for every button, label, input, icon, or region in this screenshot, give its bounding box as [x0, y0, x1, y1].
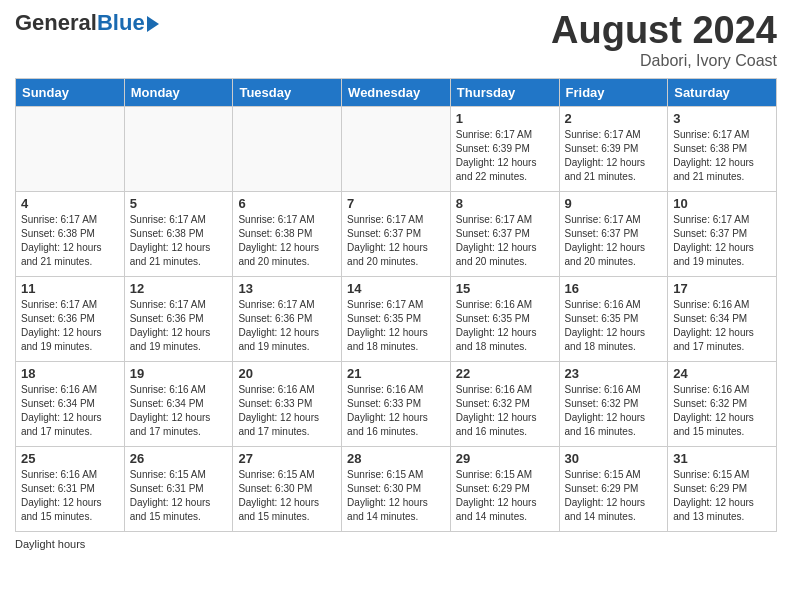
calendar-cell: 29Sunrise: 6:15 AM Sunset: 6:29 PM Dayli…	[450, 446, 559, 531]
day-info: Sunrise: 6:16 AM Sunset: 6:33 PM Dayligh…	[238, 383, 336, 439]
calendar-cell: 5Sunrise: 6:17 AM Sunset: 6:38 PM Daylig…	[124, 191, 233, 276]
header-day-monday: Monday	[124, 78, 233, 106]
day-number: 14	[347, 281, 445, 296]
logo-general-text: General	[15, 10, 97, 36]
day-number: 31	[673, 451, 771, 466]
day-number: 28	[347, 451, 445, 466]
day-number: 15	[456, 281, 554, 296]
day-number: 27	[238, 451, 336, 466]
calendar-cell	[233, 106, 342, 191]
day-info: Sunrise: 6:16 AM Sunset: 6:35 PM Dayligh…	[565, 298, 663, 354]
day-number: 17	[673, 281, 771, 296]
day-number: 30	[565, 451, 663, 466]
day-info: Sunrise: 6:17 AM Sunset: 6:36 PM Dayligh…	[21, 298, 119, 354]
calendar-cell: 27Sunrise: 6:15 AM Sunset: 6:30 PM Dayli…	[233, 446, 342, 531]
calendar-week-row: 25Sunrise: 6:16 AM Sunset: 6:31 PM Dayli…	[16, 446, 777, 531]
day-number: 8	[456, 196, 554, 211]
day-info: Sunrise: 6:16 AM Sunset: 6:35 PM Dayligh…	[456, 298, 554, 354]
day-number: 2	[565, 111, 663, 126]
day-info: Sunrise: 6:17 AM Sunset: 6:38 PM Dayligh…	[238, 213, 336, 269]
calendar-cell: 15Sunrise: 6:16 AM Sunset: 6:35 PM Dayli…	[450, 276, 559, 361]
day-number: 25	[21, 451, 119, 466]
calendar-cell: 12Sunrise: 6:17 AM Sunset: 6:36 PM Dayli…	[124, 276, 233, 361]
day-info: Sunrise: 6:17 AM Sunset: 6:36 PM Dayligh…	[238, 298, 336, 354]
calendar-cell: 7Sunrise: 6:17 AM Sunset: 6:37 PM Daylig…	[342, 191, 451, 276]
day-number: 1	[456, 111, 554, 126]
day-number: 29	[456, 451, 554, 466]
day-info: Sunrise: 6:17 AM Sunset: 6:37 PM Dayligh…	[456, 213, 554, 269]
calendar-table: SundayMondayTuesdayWednesdayThursdayFrid…	[15, 78, 777, 532]
calendar-cell: 23Sunrise: 6:16 AM Sunset: 6:32 PM Dayli…	[559, 361, 668, 446]
day-info: Sunrise: 6:15 AM Sunset: 6:30 PM Dayligh…	[347, 468, 445, 524]
day-info: Sunrise: 6:17 AM Sunset: 6:37 PM Dayligh…	[673, 213, 771, 269]
day-number: 23	[565, 366, 663, 381]
calendar-cell: 2Sunrise: 6:17 AM Sunset: 6:39 PM Daylig…	[559, 106, 668, 191]
day-info: Sunrise: 6:16 AM Sunset: 6:34 PM Dayligh…	[130, 383, 228, 439]
day-info: Sunrise: 6:16 AM Sunset: 6:31 PM Dayligh…	[21, 468, 119, 524]
day-info: Sunrise: 6:17 AM Sunset: 6:39 PM Dayligh…	[565, 128, 663, 184]
header-day-tuesday: Tuesday	[233, 78, 342, 106]
day-number: 9	[565, 196, 663, 211]
day-number: 11	[21, 281, 119, 296]
calendar-cell: 26Sunrise: 6:15 AM Sunset: 6:31 PM Dayli…	[124, 446, 233, 531]
calendar-cell: 9Sunrise: 6:17 AM Sunset: 6:37 PM Daylig…	[559, 191, 668, 276]
day-info: Sunrise: 6:16 AM Sunset: 6:32 PM Dayligh…	[673, 383, 771, 439]
calendar-cell: 31Sunrise: 6:15 AM Sunset: 6:29 PM Dayli…	[668, 446, 777, 531]
day-number: 3	[673, 111, 771, 126]
calendar-cell: 20Sunrise: 6:16 AM Sunset: 6:33 PM Dayli…	[233, 361, 342, 446]
day-info: Sunrise: 6:16 AM Sunset: 6:32 PM Dayligh…	[456, 383, 554, 439]
calendar-cell: 3Sunrise: 6:17 AM Sunset: 6:38 PM Daylig…	[668, 106, 777, 191]
day-number: 21	[347, 366, 445, 381]
calendar-header-row: SundayMondayTuesdayWednesdayThursdayFrid…	[16, 78, 777, 106]
header-day-saturday: Saturday	[668, 78, 777, 106]
day-number: 26	[130, 451, 228, 466]
calendar-cell: 24Sunrise: 6:16 AM Sunset: 6:32 PM Dayli…	[668, 361, 777, 446]
calendar-week-row: 11Sunrise: 6:17 AM Sunset: 6:36 PM Dayli…	[16, 276, 777, 361]
day-info: Sunrise: 6:16 AM Sunset: 6:34 PM Dayligh…	[673, 298, 771, 354]
calendar-cell: 16Sunrise: 6:16 AM Sunset: 6:35 PM Dayli…	[559, 276, 668, 361]
header-day-wednesday: Wednesday	[342, 78, 451, 106]
day-info: Sunrise: 6:15 AM Sunset: 6:29 PM Dayligh…	[565, 468, 663, 524]
logo-arrow-icon	[147, 16, 159, 32]
calendar-week-row: 18Sunrise: 6:16 AM Sunset: 6:34 PM Dayli…	[16, 361, 777, 446]
month-title: August 2024	[551, 10, 777, 52]
calendar-cell: 14Sunrise: 6:17 AM Sunset: 6:35 PM Dayli…	[342, 276, 451, 361]
header: General Blue August 2024 Dabori, Ivory C…	[15, 10, 777, 70]
calendar-cell: 25Sunrise: 6:16 AM Sunset: 6:31 PM Dayli…	[16, 446, 125, 531]
calendar-cell: 4Sunrise: 6:17 AM Sunset: 6:38 PM Daylig…	[16, 191, 125, 276]
day-info: Sunrise: 6:17 AM Sunset: 6:38 PM Dayligh…	[21, 213, 119, 269]
calendar-week-row: 4Sunrise: 6:17 AM Sunset: 6:38 PM Daylig…	[16, 191, 777, 276]
day-number: 18	[21, 366, 119, 381]
day-number: 13	[238, 281, 336, 296]
day-number: 5	[130, 196, 228, 211]
calendar-week-row: 1Sunrise: 6:17 AM Sunset: 6:39 PM Daylig…	[16, 106, 777, 191]
calendar-cell	[342, 106, 451, 191]
day-number: 20	[238, 366, 336, 381]
calendar-cell: 6Sunrise: 6:17 AM Sunset: 6:38 PM Daylig…	[233, 191, 342, 276]
calendar-cell: 30Sunrise: 6:15 AM Sunset: 6:29 PM Dayli…	[559, 446, 668, 531]
day-number: 16	[565, 281, 663, 296]
calendar-cell: 8Sunrise: 6:17 AM Sunset: 6:37 PM Daylig…	[450, 191, 559, 276]
header-day-thursday: Thursday	[450, 78, 559, 106]
day-info: Sunrise: 6:16 AM Sunset: 6:33 PM Dayligh…	[347, 383, 445, 439]
calendar-cell	[16, 106, 125, 191]
day-info: Sunrise: 6:17 AM Sunset: 6:37 PM Dayligh…	[565, 213, 663, 269]
day-number: 19	[130, 366, 228, 381]
day-number: 6	[238, 196, 336, 211]
calendar-cell: 19Sunrise: 6:16 AM Sunset: 6:34 PM Dayli…	[124, 361, 233, 446]
day-info: Sunrise: 6:15 AM Sunset: 6:31 PM Dayligh…	[130, 468, 228, 524]
location-title: Dabori, Ivory Coast	[551, 52, 777, 70]
day-info: Sunrise: 6:15 AM Sunset: 6:30 PM Dayligh…	[238, 468, 336, 524]
day-number: 12	[130, 281, 228, 296]
day-number: 24	[673, 366, 771, 381]
header-day-sunday: Sunday	[16, 78, 125, 106]
day-info: Sunrise: 6:17 AM Sunset: 6:38 PM Dayligh…	[130, 213, 228, 269]
day-number: 7	[347, 196, 445, 211]
day-info: Sunrise: 6:17 AM Sunset: 6:36 PM Dayligh…	[130, 298, 228, 354]
calendar-cell	[124, 106, 233, 191]
day-info: Sunrise: 6:15 AM Sunset: 6:29 PM Dayligh…	[673, 468, 771, 524]
daylight-label: Daylight hours	[15, 538, 85, 550]
logo-blue-text: Blue	[97, 10, 145, 36]
day-info: Sunrise: 6:17 AM Sunset: 6:39 PM Dayligh…	[456, 128, 554, 184]
calendar-cell: 21Sunrise: 6:16 AM Sunset: 6:33 PM Dayli…	[342, 361, 451, 446]
